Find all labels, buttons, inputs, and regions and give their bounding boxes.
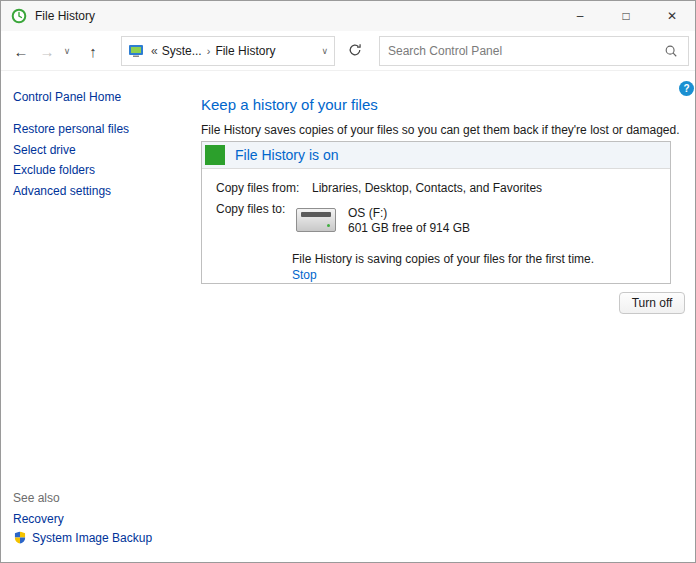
drive-free-space: 601 GB free of 914 GB — [348, 221, 470, 235]
titlebar: File History – □ ✕ — [1, 1, 695, 31]
file-history-app-icon — [11, 8, 27, 24]
system-image-backup-label: System Image Backup — [32, 531, 152, 545]
search-icon[interactable] — [664, 44, 678, 58]
close-button[interactable]: ✕ — [649, 1, 695, 31]
help-icon[interactable]: ? — [679, 81, 694, 96]
page-title: Keep a history of your files — [201, 96, 378, 113]
sidebar-item-exclude-folders[interactable]: Exclude folders — [13, 163, 95, 177]
window-title: File History — [35, 9, 95, 23]
refresh-button[interactable] — [343, 39, 367, 63]
breadcrumb-item-file-history[interactable]: File History — [213, 44, 277, 58]
window-controls: – □ ✕ — [557, 1, 695, 31]
sidebar-item-select-drive[interactable]: Select drive — [13, 143, 76, 157]
drive-icon — [296, 208, 336, 232]
breadcrumb-separator-icon: › — [204, 45, 214, 57]
copy-files-from-value: Libraries, Desktop, Contacts, and Favori… — [312, 181, 542, 195]
uac-shield-icon — [13, 530, 27, 545]
copy-files-from-label: Copy files from: — [216, 181, 299, 195]
address-bar[interactable]: « Syste... › File History ∨ — [121, 36, 335, 66]
sidebar-item-advanced-settings[interactable]: Advanced settings — [13, 184, 111, 198]
navigation-toolbar: ← → ∨ ↑ « Syste... › File History ∨ — [1, 31, 695, 71]
status-panel-header: File History is on — [202, 142, 670, 169]
saving-status-message: File History is saving copies of your fi… — [292, 252, 594, 266]
search-box — [379, 36, 689, 66]
turn-off-button[interactable]: Turn off — [619, 292, 685, 314]
see-also-heading: See also — [13, 491, 60, 505]
search-input[interactable] — [380, 44, 664, 58]
refresh-icon — [348, 43, 362, 60]
sidebar-item-system-image-backup[interactable]: System Image Backup — [13, 530, 152, 545]
up-button[interactable]: ↑ — [81, 39, 105, 63]
drive-name: OS (F:) — [348, 206, 387, 220]
file-history-window: File History – □ ✕ ← → ∨ ↑ « Syste... › … — [0, 0, 696, 563]
file-history-status-panel: File History is on Copy files from: Libr… — [201, 141, 671, 284]
stop-link[interactable]: Stop — [292, 268, 317, 282]
breadcrumb-overflow-icon[interactable]: « — [149, 44, 160, 58]
sidebar-item-recovery[interactable]: Recovery — [13, 512, 64, 526]
status-title: File History is on — [235, 147, 338, 163]
forward-button[interactable]: → — [35, 39, 59, 63]
status-on-indicator — [205, 145, 225, 165]
sidebar-item-control-panel-home[interactable]: Control Panel Home — [13, 90, 121, 104]
recent-locations-chevron-icon[interactable]: ∨ — [59, 39, 75, 63]
control-panel-icon — [128, 43, 144, 59]
address-dropdown-chevron-icon[interactable]: ∨ — [321, 46, 328, 56]
maximize-button[interactable]: □ — [603, 1, 649, 31]
copy-files-to-label: Copy files to: — [216, 202, 285, 216]
breadcrumb-item-system[interactable]: Syste... — [160, 44, 204, 58]
sidebar-item-restore-personal-files[interactable]: Restore personal files — [13, 122, 129, 136]
back-button[interactable]: ← — [9, 39, 33, 63]
page-description: File History saves copies of your files … — [201, 123, 680, 137]
minimize-button[interactable]: – — [557, 1, 603, 31]
